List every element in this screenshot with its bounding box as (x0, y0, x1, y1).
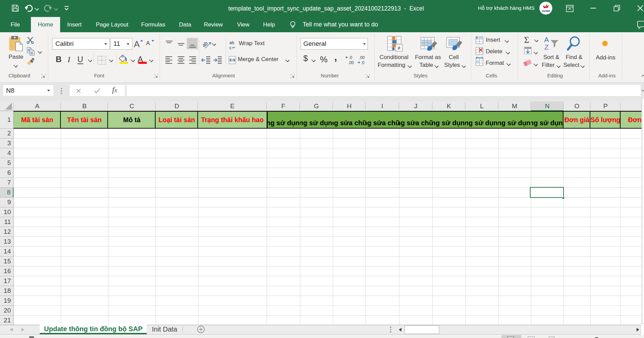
svg-text:c: c (229, 45, 232, 50)
svg-text:ab: ab (229, 40, 234, 45)
svg-text:ab: ab (203, 40, 209, 48)
svg-text:≠: ≠ (398, 45, 401, 51)
svg-text:Z: Z (544, 43, 549, 51)
svg-text:.0: .0 (361, 60, 364, 65)
svg-text:.00: .00 (359, 55, 365, 60)
svg-text:.00: .00 (348, 60, 354, 65)
svg-text:.0: .0 (349, 55, 352, 60)
svg-text:VinHMS: VinHMS (542, 10, 550, 12)
svg-text:A: A (544, 36, 549, 43)
